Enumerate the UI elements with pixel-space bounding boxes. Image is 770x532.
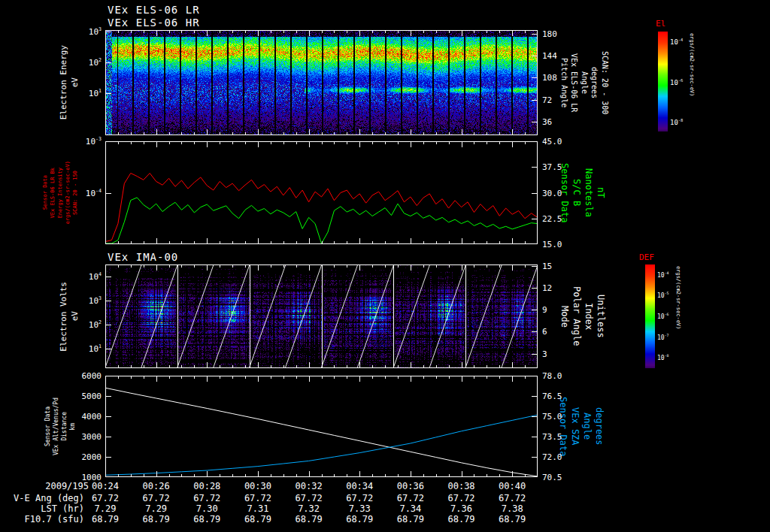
colorbar-tick-label: 10-6 (670, 77, 683, 86)
footer-value: 67.72 (232, 493, 283, 503)
right-tick-label: 73.5 (542, 432, 562, 442)
axis-label-line: ergs/(cm2-sr-sec-eV) (65, 161, 71, 224)
axis-label-line: Angle (581, 413, 592, 440)
footer-value: 7.29 (131, 503, 182, 514)
footer-row-label: V-E Ang (deg) (0, 493, 84, 503)
right-tick-label: 76.5 (542, 391, 562, 401)
axis-label-line: VEx SZA (569, 407, 580, 446)
axis-label-line: degrees (593, 407, 604, 446)
axis-label-line: eV (71, 311, 80, 321)
pitch-angle-tick-label: 108 (542, 73, 557, 83)
els-colorbar-units: ergs/(cm2-sr-sec-eV) (689, 33, 695, 133)
ima-colorbar (645, 264, 655, 368)
panel1-right-axis-label: Pitch AngleVEx ELS-06 LRAngledegreesSCAN… (559, 30, 609, 135)
pitch-angle-tick-label: 180 (542, 29, 557, 38)
bfield-intensity-canvas (105, 141, 538, 244)
right-tick-label: 72.0 (542, 452, 562, 462)
footer-value: 7.38 (487, 503, 538, 514)
els-spectrogram-canvas (105, 30, 538, 135)
footer-value: 67.72 (181, 493, 232, 503)
polar-angle-tick-label: 6 (542, 327, 547, 337)
polar-angle-tick-label: 9 (542, 305, 547, 315)
axis-label-line: Electron Volts (59, 282, 69, 352)
footer-value: 68.79 (232, 514, 283, 524)
axis-label-line: Energy Intensity (57, 168, 63, 218)
axis-label-line: SCAN: 20 - 300 (600, 51, 609, 114)
footer-value: 7.29 (80, 503, 131, 514)
right-tick-label: 45.0 (542, 137, 562, 147)
footer-value: 68.79 (181, 514, 232, 524)
left-tick-label: 5000 (82, 391, 102, 401)
right-tick-label: 15.0 (542, 240, 562, 249)
axis-label-line: VEx Alt/Venus/Pd (53, 397, 59, 455)
left-tick-label: 6000 (82, 371, 102, 381)
axis-label-line: VEx ELS-06 LR Bk (50, 168, 56, 218)
colorbar-tick-label: 10-7 (657, 334, 668, 341)
time-tick-label: 00:30 (232, 481, 283, 491)
footer-value: 68.79 (334, 514, 385, 524)
volts-tick-label: 103 (89, 295, 102, 306)
footer-value: 7.30 (181, 503, 232, 514)
right-tick-label: 37.5 (542, 162, 562, 172)
footer-value: 7.33 (334, 503, 385, 514)
panel2-left-axis-label: Sensor DataVEx ELS-06 LR BkEnergy Intens… (42, 141, 78, 244)
axis-label-line: Nanotesla (583, 168, 593, 217)
axis-label-line: Electron Energy (59, 45, 69, 119)
left-tick-label: 10-4 (86, 188, 102, 198)
time-tick-label: 00:34 (334, 481, 385, 491)
ima-colorbar-title: DEF (639, 252, 654, 262)
footer-value: 7.34 (385, 503, 436, 514)
left-tick-label: 4000 (82, 412, 102, 422)
panel2-right-axis-label: Sensor DataS/C BNanoteslanT (561, 141, 603, 244)
tplot-display: VEx ELS-06 LR VEx ELS-06 HR VEx IMA-00 E… (0, 0, 770, 532)
axis-label-line: eV (71, 77, 80, 87)
date-label: 2009/195 (8, 481, 89, 491)
footer-value: 67.72 (385, 493, 436, 503)
axis-label-line: Sensor Data (557, 397, 568, 456)
footer-value: 68.79 (385, 514, 436, 524)
footer-row-label: LST (hr) (0, 503, 84, 514)
els-colorbar-title: El (656, 19, 665, 29)
footer-value: 7.36 (436, 503, 487, 514)
footer-value: 67.72 (334, 493, 385, 503)
axis-label-line: S/C B (571, 179, 581, 206)
volts-tick-label: 101 (89, 343, 102, 354)
energy-tick-label: 101 (89, 89, 102, 99)
footer-value: 67.72 (487, 493, 538, 503)
pitch-angle-tick-label: 144 (542, 51, 557, 61)
time-tick-label: 00:28 (181, 481, 232, 491)
els-colorbar (658, 32, 668, 131)
left-tick-label: 10-3 (86, 136, 102, 147)
panel1-title-lr: VEx ELS-06 LR (108, 4, 200, 16)
time-tick-label: 00:32 (283, 481, 335, 491)
axis-label-line: Angle (580, 71, 589, 94)
footer-value: 68.79 (436, 514, 487, 524)
footer-value: 68.79 (487, 514, 538, 524)
axis-label-line: Mode (559, 306, 569, 328)
polar-angle-tick-label: 15 (542, 261, 552, 271)
axis-label-line: Pitch Angle (559, 58, 568, 107)
panel3-title: VEx IMA-00 (108, 251, 178, 263)
colorbar-tick-label: 10-4 (657, 271, 668, 279)
panel3-left-axis-label: Electron VoltseV (57, 264, 83, 368)
footer-value: 67.72 (131, 493, 182, 503)
left-tick-label: 3000 (82, 432, 102, 442)
polar-angle-tick-label: 3 (542, 349, 547, 358)
colorbar-tick-label: 10-8 (657, 354, 668, 361)
footer-value: 68.79 (80, 514, 131, 524)
right-tick-label: 78.0 (542, 371, 562, 381)
axis-label-line: km (69, 423, 76, 431)
axis-label-line: VEx ELS-06 LR (570, 53, 579, 112)
polar-angle-tick-label: 12 (542, 283, 552, 293)
footer-value: 67.72 (436, 493, 487, 503)
axis-label-line: Sensor Data (42, 175, 48, 210)
footer-value: 7.32 (283, 503, 335, 514)
time-tick-label: 00:26 (131, 481, 182, 491)
colorbar-tick-label: 10-8 (670, 117, 683, 125)
energy-tick-label: 102 (89, 57, 102, 68)
time-tick-label: 00:40 (487, 481, 538, 491)
right-tick-label: 70.5 (542, 473, 562, 482)
colorbar-tick-label: 10-6 (657, 313, 668, 320)
panel1-left-axis-label: Electron EnergyeV (57, 30, 83, 135)
right-tick-label: 30.0 (542, 188, 562, 198)
